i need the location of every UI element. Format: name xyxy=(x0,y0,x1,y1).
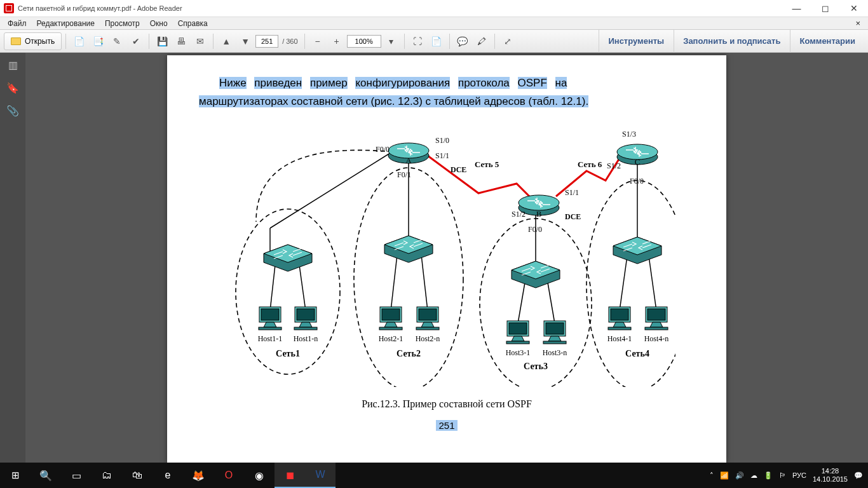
page-number-input[interactable] xyxy=(255,35,278,48)
language-indicator[interactable]: РУС xyxy=(792,471,806,479)
explorer-icon[interactable]: 🗂 xyxy=(92,463,122,488)
save-icon[interactable]: 💾 xyxy=(153,32,171,50)
open-button[interactable]: Открыть xyxy=(4,32,62,50)
clock[interactable]: 14:28 14.10.2015 xyxy=(813,467,848,483)
page-number: 251 xyxy=(199,420,695,431)
svg-text:Сеть3: Сеть3 xyxy=(524,362,548,371)
tray-chevron-icon[interactable]: ˄ xyxy=(710,471,714,480)
svg-text:Сеть1: Сеть1 xyxy=(276,349,300,358)
svg-text:DCE: DCE xyxy=(565,212,581,221)
zoom-in-icon[interactable]: + xyxy=(328,32,346,50)
svg-line-17 xyxy=(421,255,428,311)
svg-line-20 xyxy=(620,256,627,311)
svg-line-16 xyxy=(391,255,397,311)
svg-text:S1/0: S1/0 xyxy=(435,136,449,145)
flag-icon[interactable]: 🏳 xyxy=(779,471,786,479)
svg-line-19 xyxy=(547,279,555,323)
menu-view[interactable]: Просмотр xyxy=(100,19,145,28)
svg-text:Сеть 6: Сеть 6 xyxy=(578,159,602,169)
close-document-button[interactable]: × xyxy=(850,18,865,28)
start-button[interactable]: ⊞ xyxy=(0,463,31,488)
workspace: ▥ 🔖 📎 Ниже приведен пример конфигурирова… xyxy=(0,53,868,463)
svg-text:Host2-n: Host2-n xyxy=(416,334,440,343)
network-icon[interactable]: 📶 xyxy=(720,471,729,480)
zoom-dropdown-icon[interactable]: ▾ xyxy=(383,32,400,50)
bookmarks-icon[interactable]: 🔖 xyxy=(6,81,20,95)
attachments-icon[interactable]: 📎 xyxy=(6,104,20,118)
sidebar: ▥ 🔖 📎 xyxy=(0,53,25,463)
svg-text:C: C xyxy=(635,157,641,166)
titlebar: Сети пакетной и гибрид коммут.pdf - Adob… xyxy=(0,0,868,17)
edit-pdf-icon[interactable]: ✎ xyxy=(108,32,126,50)
firefox-icon[interactable]: 🦊 xyxy=(183,463,214,488)
menubar: Файл Редактирование Просмотр Окно Справк… xyxy=(0,17,868,30)
svg-text:Host4-n: Host4-n xyxy=(644,334,669,343)
figure-caption: Рис.12.3. Пример составной сети OSPF xyxy=(199,398,695,410)
chrome-icon[interactable]: ◉ xyxy=(244,463,275,488)
svg-line-21 xyxy=(649,256,656,311)
page-up-icon[interactable]: ▲ xyxy=(217,32,235,50)
svg-line-14 xyxy=(270,265,275,311)
svg-text:Host2-1: Host2-1 xyxy=(379,334,403,343)
email-icon[interactable]: ✉ xyxy=(191,32,209,50)
svg-text:Сеть4: Сеть4 xyxy=(625,349,649,358)
opera-icon[interactable]: O xyxy=(214,463,244,488)
menu-help[interactable]: Справка xyxy=(173,19,213,28)
page-total-label: / 360 xyxy=(282,37,297,45)
comment-icon[interactable]: 💬 xyxy=(454,32,471,50)
menu-file[interactable]: Файл xyxy=(3,19,32,28)
task-view-icon[interactable]: ▭ xyxy=(61,463,92,488)
svg-text:S1/2: S1/2 xyxy=(607,161,621,170)
zoom-out-icon[interactable]: − xyxy=(309,32,327,50)
fill-sign-panel-button[interactable]: Заполнить и подписать xyxy=(674,30,789,53)
zoom-input[interactable] xyxy=(347,35,381,48)
word-task-icon[interactable]: W xyxy=(305,463,336,488)
taskbar: ⊞ 🔍 ▭ 🗂 🛍 e 🦊 O ◉ ◼ W ˄ 📶 🔊 ☁ 🔋 🏳 РУС 14… xyxy=(0,463,868,488)
comment-panel-button[interactable]: Комментарии xyxy=(790,30,864,53)
print-icon[interactable]: 🖶 xyxy=(172,32,190,50)
svg-line-10 xyxy=(270,152,392,228)
page-down-icon[interactable]: ▼ xyxy=(236,32,254,50)
adobe-reader-task-icon[interactable]: ◼ xyxy=(275,463,305,488)
network-diagram: A B C F0/0 S1/0 S1/1 F0/1 S1/2 S1/1 F0/0… xyxy=(218,120,675,387)
fit-page-icon[interactable]: 📄 xyxy=(428,32,445,50)
search-icon[interactable]: 🔍 xyxy=(31,463,61,488)
read-mode-icon[interactable]: ⤢ xyxy=(499,32,517,50)
maximize-button[interactable]: ◻ xyxy=(811,0,839,17)
menu-window[interactable]: Окно xyxy=(145,19,173,28)
svg-text:Host1-1: Host1-1 xyxy=(258,334,283,343)
svg-text:Сеть 5: Сеть 5 xyxy=(475,159,499,169)
window-title: Сети пакетной и гибрид коммут.pdf - Adob… xyxy=(18,4,782,12)
export-pdf-icon[interactable]: 📑 xyxy=(89,32,107,50)
volume-icon[interactable]: 🔊 xyxy=(735,471,744,480)
svg-text:S1/1: S1/1 xyxy=(565,188,579,197)
store-icon[interactable]: 🛍 xyxy=(122,463,153,488)
close-button[interactable]: ✕ xyxy=(839,0,868,17)
fit-width-icon[interactable]: ⛶ xyxy=(409,32,426,50)
svg-line-18 xyxy=(518,279,526,323)
thumbnails-icon[interactable]: ▥ xyxy=(6,58,20,72)
svg-text:S1/3: S1/3 xyxy=(622,130,636,139)
svg-text:Host3-n: Host3-n xyxy=(543,348,567,357)
edge-icon[interactable]: e xyxy=(153,463,183,488)
svg-text:F0/1: F0/1 xyxy=(397,170,411,179)
tools-panel-button[interactable]: Инструменты xyxy=(599,30,673,53)
svg-text:S1/2: S1/2 xyxy=(512,210,526,219)
pdf-page: Ниже приведен пример конфигурирования пр… xyxy=(167,55,726,463)
svg-line-15 xyxy=(299,265,306,311)
battery-icon[interactable]: 🔋 xyxy=(764,471,773,480)
sign-icon[interactable]: ✔ xyxy=(127,32,145,50)
minimize-button[interactable]: — xyxy=(782,0,811,17)
svg-text:DCE: DCE xyxy=(451,165,466,174)
svg-text:Host1-n: Host1-n xyxy=(294,334,318,343)
svg-text:Host3-1: Host3-1 xyxy=(506,348,531,357)
toolbar: Открыть 📄 📑 ✎ ✔ 💾 🖶 ✉ ▲ ▼ / 360 − + ▾ ⛶ … xyxy=(0,30,868,53)
adobe-reader-icon xyxy=(4,3,14,13)
notifications-icon[interactable]: 💬 xyxy=(854,471,863,480)
menu-edit[interactable]: Редактирование xyxy=(32,19,100,28)
document-area[interactable]: Ниже приведен пример конфигурирования пр… xyxy=(25,53,868,463)
highlight-icon[interactable]: 🖍 xyxy=(473,32,491,50)
create-pdf-icon[interactable]: 📄 xyxy=(70,32,88,50)
onedrive-icon[interactable]: ☁ xyxy=(750,471,757,480)
svg-text:S1/1: S1/1 xyxy=(435,151,449,160)
